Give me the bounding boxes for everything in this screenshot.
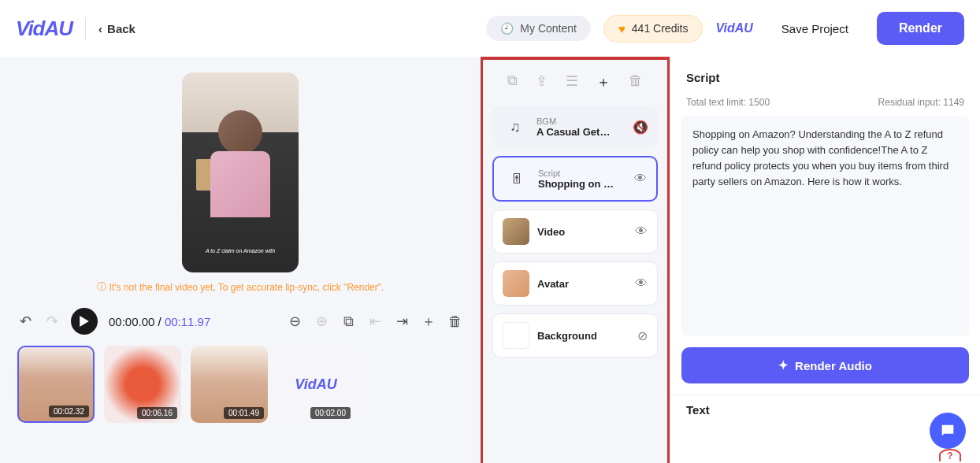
render-notice: ⓘ It's not the final video yet, To get a… — [9, 280, 471, 294]
delete-button[interactable]: 🗑 — [447, 313, 463, 329]
duplicate-layer-button[interactable]: ⧉ — [507, 72, 518, 91]
split-left-button[interactable]: ⇤ — [367, 313, 383, 329]
script-heading: Script — [670, 57, 980, 92]
save-project-button[interactable]: Save Project — [766, 14, 864, 43]
timeline-clip-3[interactable]: 00:01.49 — [191, 346, 268, 423]
help-fab[interactable]: ? — [939, 449, 961, 461]
bgm-label: BGM — [536, 117, 625, 126]
ungroup-button[interactable]: ⇪ — [536, 72, 548, 91]
box-prop — [196, 159, 236, 191]
preview-caption: A to Z claim on Amazon with — [182, 248, 299, 254]
credits-pill[interactable]: ♥ 441 Credits — [603, 15, 703, 43]
video-thumb — [503, 218, 529, 245]
residual-input-label: Residual input: 1149 — [878, 97, 964, 108]
text-limit-label: Total text limit: 1500 — [686, 97, 770, 108]
play-icon — [79, 316, 90, 327]
logo-small: VidAU — [715, 21, 752, 35]
my-content-button[interactable]: 🕘 My Content — [486, 16, 591, 41]
chat-fab[interactable] — [930, 413, 966, 449]
avatar-thumb — [503, 270, 529, 297]
visibility-icon[interactable]: 👁 — [635, 276, 648, 291]
sparkle-icon: 🎚 — [503, 165, 530, 192]
redo-button[interactable]: ↷ — [44, 313, 60, 329]
background-thumb — [503, 322, 529, 349]
copy-button[interactable]: ⧉ — [340, 313, 356, 329]
bgm-layer[interactable]: ♫ BGM A Casual Get… 🔇 — [492, 106, 658, 148]
script-label: Script — [538, 169, 626, 178]
add-layer-button[interactable]: ＋ — [596, 72, 611, 91]
chat-icon — [939, 422, 956, 439]
script-title: Shopping on … — [538, 178, 626, 190]
notice-text: It's not the final video yet, To get acc… — [110, 282, 384, 293]
timeline-clip-2[interactable]: 00:06.16 — [104, 346, 181, 423]
render-button[interactable]: Render — [877, 12, 964, 45]
script-panel: Script Total text limit: 1500 Residual i… — [670, 57, 980, 463]
divider — [85, 17, 86, 39]
visibility-icon[interactable]: 👁 — [635, 224, 648, 239]
visibility-off-icon[interactable]: ⊘ — [637, 328, 648, 343]
play-button[interactable] — [71, 308, 98, 335]
clock-icon: 🕘 — [500, 22, 514, 35]
video-title: Video — [537, 226, 627, 238]
clip-time: 00:01.49 — [224, 407, 264, 419]
music-icon: ♫ — [502, 113, 529, 140]
time-duration: 00:11.97 — [165, 315, 210, 328]
visibility-icon[interactable]: 👁 — [634, 172, 647, 186]
timeline-clip-4[interactable]: VidAU00:02.00 — [277, 346, 355, 423]
mute-icon[interactable]: 🔇 — [633, 120, 648, 135]
avatar-title: Avatar — [537, 278, 627, 290]
time-current: 00:00.00 — [109, 315, 154, 328]
align-button[interactable]: ☰ — [566, 72, 578, 91]
clip-time: 00:02.32 — [49, 406, 89, 417]
delete-layer-button[interactable]: 🗑 — [629, 72, 643, 91]
clip-time: 00:02.00 — [310, 407, 351, 419]
sparkle-icon: ✦ — [778, 358, 789, 372]
zoom-in-button[interactable]: ⊕ — [314, 313, 329, 329]
add-button[interactable]: ＋ — [421, 313, 436, 329]
preview-panel: A to Z claim on Amazon with ⓘ It's not t… — [0, 57, 481, 463]
render-audio-label: Render Audio — [795, 359, 872, 372]
layers-panel: ⧉ ⇪ ☰ ＋ 🗑 ♫ BGM A Casual Get… 🔇 🎚 Script… — [481, 57, 670, 463]
zoom-out-button[interactable]: ⊖ — [287, 313, 303, 329]
render-audio-button[interactable]: ✦ Render Audio — [681, 347, 969, 383]
back-button[interactable]: ‹ Back — [98, 22, 135, 35]
back-label: Back — [107, 22, 135, 35]
undo-button[interactable]: ↶ — [17, 313, 33, 329]
avatar-layer[interactable]: Avatar 👁 — [492, 261, 658, 306]
background-layer[interactable]: Background ⊘ — [492, 313, 658, 357]
script-textarea[interactable]: Shopping on Amazon? Understanding the A … — [681, 116, 969, 336]
script-layer[interactable]: 🎚 Script Shopping on … 👁 — [492, 156, 658, 202]
logo-text: VidAU — [295, 376, 336, 393]
split-right-button[interactable]: ⇥ — [394, 313, 410, 329]
heart-icon: ♥ — [618, 22, 625, 35]
clip-time: 00:06.16 — [137, 407, 177, 419]
time-display: 00:00.00 / 00:11.97 — [109, 315, 210, 328]
background-title: Background — [537, 330, 629, 342]
timeline-clip-1[interactable]: 00:02.32 — [17, 346, 95, 423]
bgm-title: A Casual Get… — [536, 126, 625, 138]
chevron-left-icon: ‹ — [98, 22, 102, 35]
my-content-label: My Content — [520, 22, 577, 35]
info-icon: ⓘ — [97, 280, 106, 294]
video-layer[interactable]: Video 👁 — [492, 209, 658, 254]
logo[interactable]: VidAU — [16, 17, 72, 41]
video-preview[interactable]: A to Z claim on Amazon with — [182, 72, 299, 272]
credits-label: 441 Credits — [632, 22, 689, 35]
